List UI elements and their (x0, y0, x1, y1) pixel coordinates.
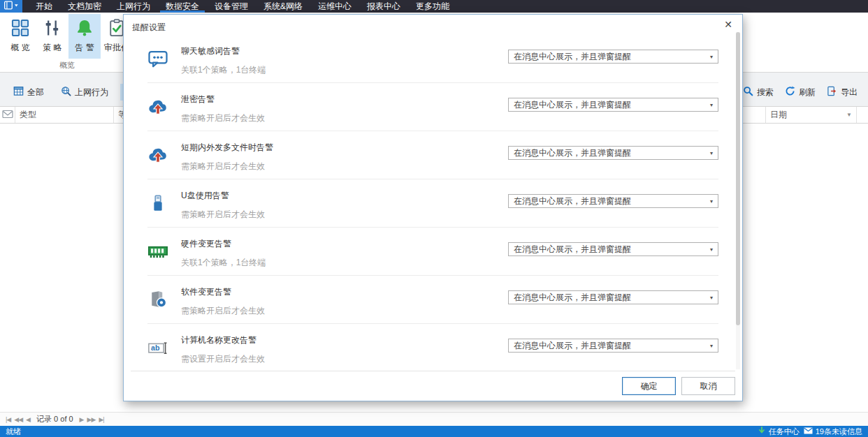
unread-messages-button[interactable]: 19条未读信息 (804, 427, 862, 437)
dialog-scrollbar[interactable] (736, 32, 740, 369)
record-count-label: 记录 0 of 0 (36, 414, 73, 424)
toolbar-action-button[interactable]: 刷新 (780, 84, 820, 101)
download-arrow-icon (758, 427, 766, 436)
scrollbar-thumb[interactable] (736, 32, 740, 325)
filter-tab-label: 上网行为 (75, 87, 108, 98)
policy-sliders-icon (43, 17, 62, 38)
filter-tab[interactable]: 上网行为 (56, 84, 113, 101)
status-ready-label: 就绪 (6, 427, 21, 437)
notify-mode-dropdown[interactable]: 在消息中心展示，并且弹窗提醒 ▾ (508, 146, 718, 160)
software-box-icon (147, 289, 168, 310)
search-icon (743, 86, 753, 98)
alert-subtitle: 需设置开启后才会生效 (181, 353, 265, 365)
alert-title: 软件变更告警 (181, 286, 231, 298)
reminder-settings-dialog: 提醒设置 ✕ 聊天敏感词告警 关联1个策略，1台终端 在消息中心展示，并且弹窗提… (123, 14, 743, 401)
alert-setting-row: U盘使用告警 需策略开启后才会生效 在消息中心展示，并且弹窗提醒 ▾ (147, 179, 718, 228)
alert-bell-icon (75, 17, 94, 38)
toolbar-action-button[interactable]: 搜索 (738, 84, 779, 101)
ok-button[interactable]: 确定 (622, 377, 676, 395)
alert-title: 聊天敏感词告警 (181, 45, 240, 57)
notify-mode-dropdown[interactable]: 在消息中心展示，并且弹窗提醒 ▾ (508, 98, 718, 112)
menubar-items: 开始 文档加密 上网行为 数据安全 设备管理 系统&网络 运维中心 报表中心 更… (28, 0, 457, 13)
notify-mode-value: 在消息中心展示，并且弹窗提醒 (514, 244, 631, 255)
alert-title: 短期内外发多文件时告警 (181, 142, 273, 154)
chevron-down-icon: ▾ (710, 295, 713, 301)
ribbon-button[interactable]: 告 警 (68, 14, 101, 59)
notify-mode-dropdown[interactable]: 在消息中心展示，并且弹窗提醒 ▾ (508, 50, 718, 64)
menubar-item[interactable]: 上网行为 (109, 0, 158, 13)
toolbar-action-label: 刷新 (799, 87, 816, 98)
notify-mode-dropdown[interactable]: 在消息中心展示，并且弹窗提醒 ▾ (508, 194, 718, 208)
web-behavior-icon (61, 86, 71, 98)
menubar-item[interactable]: 系统&网络 (256, 0, 310, 13)
filter-tab[interactable]: 全部 (8, 84, 49, 101)
menubar-item[interactable]: 文档加密 (60, 0, 109, 13)
menubar-item[interactable]: 开始 (28, 0, 60, 13)
chevron-down-icon: ▾ (710, 343, 713, 349)
ribbon-group-label: 概览 (0, 60, 134, 71)
rename-field-icon: ab (147, 337, 168, 358)
app-menu-button[interactable] (0, 0, 22, 13)
notify-mode-dropdown[interactable]: 在消息中心展示，并且弹窗提醒 ▾ (508, 339, 718, 353)
alert-subtitle: 关联1个策略，1台终端 (181, 64, 266, 76)
toolbar-action-label: 搜索 (757, 87, 774, 98)
alert-setting-row: 聊天敏感词告警 关联1个策略，1台终端 在消息中心展示，并且弹窗提醒 ▾ (147, 35, 718, 83)
menubar-item[interactable]: 数据安全 (158, 0, 207, 13)
dialog-footer: 确定 取消 (131, 371, 735, 401)
chevron-down-icon: ▾ (710, 150, 713, 156)
ribbon-button[interactable]: 策 略 (36, 14, 68, 59)
filter-tab-label: 全部 (27, 87, 44, 98)
alert-subtitle: 需策略开启后才会生效 (181, 112, 265, 124)
dialog-title: 提醒设置 (132, 22, 166, 34)
menubar-item[interactable]: 报表中心 (359, 0, 408, 13)
chat-alert-icon (147, 48, 168, 69)
multi-file-upload-icon (147, 145, 168, 165)
notify-mode-value: 在消息中心展示，并且弹窗提醒 (514, 292, 631, 304)
alert-setting-row: ab 计算机名称更改告警 需设置开启后才会生效 在消息中心展示，并且弹窗提醒 ▾ (147, 324, 718, 372)
cancel-button[interactable]: 取消 (681, 377, 735, 395)
column-header-date[interactable]: 日期 ▼ (766, 107, 857, 123)
alert-subtitle: 关联1个策略，1台终端 (181, 257, 266, 269)
notify-mode-value: 在消息中心展示，并且弹窗提醒 (514, 51, 631, 63)
app-menu-icon (3, 0, 19, 13)
menubar-item[interactable]: 设备管理 (207, 0, 256, 13)
column-header-type[interactable]: 类型 (15, 107, 114, 123)
top-menubar: 开始 文档加密 上网行为 数据安全 设备管理 系统&网络 运维中心 报表中心 更… (0, 0, 868, 13)
alert-settings-list: 聊天敏感词告警 关联1个策略，1台终端 在消息中心展示，并且弹窗提醒 ▾ 泄密告… (147, 35, 718, 372)
first-page-button[interactable]: |◀ (6, 416, 10, 423)
notify-mode-dropdown[interactable]: 在消息中心展示，并且弹窗提醒 ▾ (508, 242, 718, 256)
alert-subtitle: 需策略开启后才会生效 (181, 209, 265, 221)
ribbon-button[interactable]: 概 览 (4, 14, 36, 59)
dialog-close-button[interactable]: ✕ (724, 20, 732, 29)
next-group-button[interactable]: ▶▶ (87, 416, 96, 423)
ribbon-button-label: 告 警 (75, 42, 94, 54)
ribbon-button-label: 策 略 (43, 42, 62, 54)
alert-setting-row: 短期内外发多文件时告警 需策略开启后才会生效 在消息中心展示，并且弹窗提醒 ▾ (147, 131, 718, 179)
envelope-icon (2, 110, 13, 121)
toolbar-action-button[interactable]: 导出 (822, 84, 862, 101)
filter-caret-icon[interactable]: ▼ (846, 112, 852, 118)
notify-mode-dropdown[interactable]: 在消息中心展示，并且弹窗提醒 ▾ (508, 290, 718, 304)
toolbar-action-label: 导出 (841, 87, 858, 98)
menubar-item[interactable]: 更多功能 (408, 0, 457, 13)
menubar-item[interactable]: 运维中心 (310, 0, 359, 13)
notify-mode-value: 在消息中心展示，并且弹窗提醒 (514, 147, 631, 159)
column-header-message[interactable] (0, 107, 15, 123)
overview-grid-icon (10, 17, 30, 38)
ribbon-button-label: 概 览 (10, 42, 29, 54)
alert-title: 泄密告警 (181, 94, 215, 105)
alert-setting-row: 泄密告警 需策略开启后才会生效 在消息中心展示，并且弹窗提醒 ▾ (147, 83, 718, 131)
mail-icon (804, 427, 813, 436)
alert-setting-row: 硬件变更告警 关联1个策略，1台终端 在消息中心展示，并且弹窗提醒 ▾ (147, 228, 718, 276)
next-page-button[interactable]: ▶ (80, 416, 84, 423)
chevron-down-icon: ▾ (710, 102, 713, 108)
prev-page-button[interactable]: ◀ (26, 416, 30, 423)
alert-title: 硬件变更告警 (181, 238, 231, 250)
leak-cloud-upload-icon (147, 96, 168, 117)
last-page-button[interactable]: ▶| (99, 416, 103, 423)
task-center-button[interactable]: 任务中心 (758, 427, 800, 437)
refresh-icon (785, 86, 795, 98)
prev-group-button[interactable]: ◀◀ (14, 416, 22, 423)
alert-title: U盘使用告警 (181, 190, 229, 202)
chevron-down-icon: ▾ (710, 198, 713, 205)
